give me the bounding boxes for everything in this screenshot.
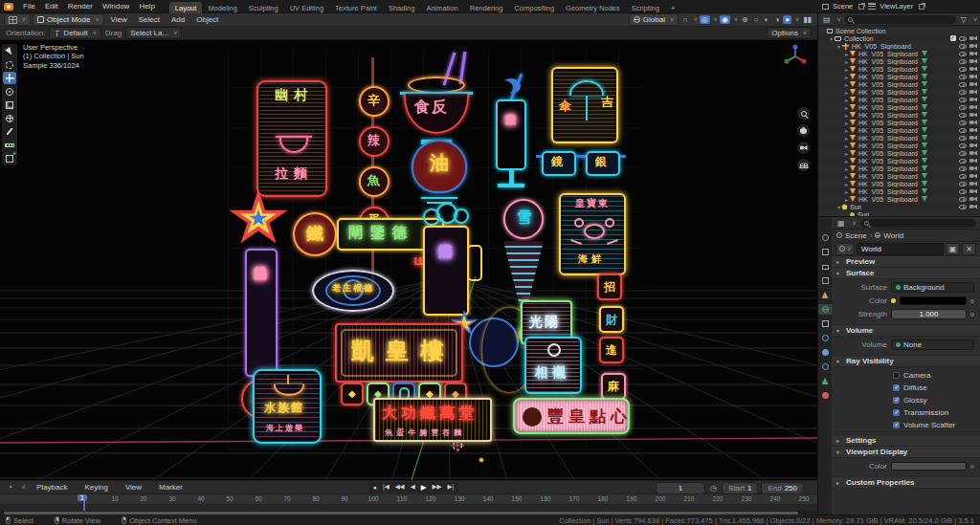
viewport-menu-add[interactable]: Add bbox=[167, 15, 189, 24]
workspace-tab-geometry-nodes[interactable]: Geometry Nodes bbox=[560, 2, 626, 13]
outliner-editor-icon[interactable]: ▤ bbox=[821, 15, 833, 24]
disable-render-icon[interactable] bbox=[969, 82, 977, 87]
outliner-row-hk-v05-signboard-o[interactable]: ▸HK_V05_Signboard_O bbox=[818, 157, 980, 164]
disable-render-icon[interactable] bbox=[969, 143, 977, 148]
neon-sign-aquarium[interactable]: 水族館海上遊樂 bbox=[253, 369, 322, 444]
volume-scatter-checkbox[interactable] bbox=[893, 422, 900, 428]
tool-annotate[interactable] bbox=[3, 125, 16, 138]
menu-edit[interactable]: Edit bbox=[40, 2, 63, 11]
mode-selector[interactable]: Object Mode bbox=[33, 13, 103, 26]
disable-render-icon[interactable] bbox=[969, 182, 977, 186]
outliner-row-hk-v05-signboard-c[interactable]: ▸HK_V05_Signboard_C bbox=[818, 65, 980, 73]
expand-icon[interactable]: ▸ bbox=[843, 188, 850, 195]
outliner-row-hk-v05-signboard-p[interactable]: ▸HK_V05_Signboard_P bbox=[818, 164, 980, 172]
disable-render-icon[interactable] bbox=[969, 159, 977, 164]
menu-file[interactable]: File bbox=[18, 2, 40, 11]
disable-render-icon[interactable] bbox=[969, 189, 977, 194]
tool-cursor[interactable] bbox=[3, 58, 16, 71]
expand-icon[interactable]: ▸ bbox=[843, 196, 850, 203]
panel-header-viewport-display[interactable]: ▾Viewport Display bbox=[832, 447, 980, 458]
disable-render-icon[interactable] bbox=[969, 52, 977, 56]
outliner-row-hk-v05-signboard-q[interactable]: ▸HK_V05_Signboard_Q bbox=[818, 172, 980, 180]
navigation-gizmo[interactable] bbox=[781, 42, 810, 71]
outliner-row-collection[interactable]: ▾Collection bbox=[818, 34, 980, 42]
neon-sign-dimsum[interactable]: 豐皇點心 bbox=[513, 398, 630, 434]
tab-scene-properties[interactable] bbox=[818, 290, 832, 300]
disable-render-icon[interactable] bbox=[969, 174, 977, 179]
menu-render[interactable]: Render bbox=[63, 2, 98, 11]
tab-particles-properties[interactable] bbox=[818, 347, 832, 358]
hide-viewport-icon[interactable] bbox=[959, 151, 967, 156]
hide-viewport-icon[interactable] bbox=[959, 166, 967, 171]
breadcrumb-scene[interactable]: Scene bbox=[845, 231, 867, 240]
drag-mode-dropdown[interactable]: Select La... bbox=[125, 27, 182, 39]
expand-icon[interactable]: ▸ bbox=[843, 150, 850, 157]
tool-select-box[interactable] bbox=[3, 45, 16, 57]
disable-render-icon[interactable] bbox=[969, 90, 977, 95]
transform-orientation-selector[interactable]: Global bbox=[629, 13, 679, 26]
tab-material-properties[interactable] bbox=[818, 390, 832, 401]
disable-render-icon[interactable] bbox=[969, 105, 977, 110]
hide-viewport-icon[interactable] bbox=[959, 182, 967, 186]
neon-sign-glasses[interactable]: 鏡銀 bbox=[536, 140, 626, 191]
neon-sign-kai-wong-lau[interactable]: 凱皇樓 bbox=[335, 323, 463, 383]
disable-render-icon[interactable] bbox=[969, 197, 977, 202]
shading-solid-icon[interactable]: ◐ bbox=[763, 15, 771, 24]
tab-tool-properties[interactable] bbox=[818, 232, 832, 243]
panel-header-preview[interactable]: ▸Preview bbox=[832, 256, 980, 268]
jump-to-end-button[interactable]: ▶| bbox=[445, 483, 456, 492]
volume-dropdown[interactable]: None bbox=[891, 339, 974, 350]
hide-viewport-icon[interactable] bbox=[959, 205, 967, 209]
tab-output-properties[interactable] bbox=[818, 261, 832, 272]
expand-icon[interactable]: ▾ bbox=[835, 43, 842, 50]
jump-to-start-button[interactable]: |◀ bbox=[381, 483, 391, 492]
workspace-tab-texture-paint[interactable]: Texture Paint bbox=[329, 2, 383, 13]
options-button[interactable]: Options bbox=[767, 27, 812, 39]
expand-icon[interactable]: ▸ bbox=[843, 112, 850, 119]
viewlayer-selector[interactable]: ViewLayer bbox=[880, 2, 913, 11]
hide-viewport-icon[interactable] bbox=[959, 128, 967, 133]
neon-sign-sheung-chan[interactable]: 相襯 bbox=[524, 337, 582, 394]
breadcrumb-world[interactable]: World bbox=[883, 231, 903, 240]
workspace-tab-scripting[interactable]: Scripting bbox=[626, 2, 665, 13]
world-name-field[interactable]: World bbox=[857, 243, 944, 255]
tab-render-properties[interactable] bbox=[818, 247, 832, 257]
outliner-row-hk-v05-signboard-b[interactable]: ▸HK_V05_Signboard_B bbox=[818, 57, 980, 65]
disable-render-icon[interactable] bbox=[969, 113, 977, 118]
hide-viewport-icon[interactable] bbox=[959, 67, 967, 72]
shading-wireframe-icon[interactable]: ○ bbox=[752, 15, 761, 24]
hide-viewport-icon[interactable] bbox=[959, 143, 967, 148]
timeline-ruler[interactable]: 1020304050607080901001101201301401501601… bbox=[0, 494, 817, 505]
workspace-tab-shading[interactable]: Shading bbox=[383, 2, 421, 13]
timeline-menu-marker[interactable]: Marker bbox=[154, 483, 188, 492]
outliner-row-hk-v05-signboard-i[interactable]: ▸HK_V05_Signboard_I bbox=[818, 111, 980, 119]
expand-icon[interactable]: ▸ bbox=[843, 58, 850, 65]
proportional-editing-icon[interactable]: ◎ bbox=[700, 15, 710, 24]
disable-render-icon[interactable] bbox=[969, 36, 977, 41]
current-frame-field[interactable]: 1 bbox=[656, 482, 705, 494]
outliner-row-hk-v05-signboard-k[interactable]: ▸HK_V05_Signboard_K bbox=[818, 126, 980, 134]
outliner-row-hk-v05-signboard-d[interactable]: ▸HK_V05_Signboard_D bbox=[818, 73, 980, 80]
outliner-row-sun[interactable]: ▾Sun bbox=[818, 203, 980, 210]
expand-icon[interactable]: ▸ bbox=[843, 74, 850, 80]
outliner-row-hk-v05-signboard-h[interactable]: ▸HK_V05_Signboard_H bbox=[818, 103, 980, 111]
expand-icon[interactable]: ▾ bbox=[828, 35, 835, 42]
exclude-checkbox[interactable] bbox=[950, 35, 956, 41]
animate-decorator-icon[interactable] bbox=[970, 465, 974, 469]
workspace-tab-sculpting[interactable]: Sculpting bbox=[243, 2, 284, 13]
timeline-menu-playback[interactable]: Playback bbox=[32, 483, 72, 492]
tool-add-cube[interactable] bbox=[3, 152, 16, 164]
disable-render-icon[interactable] bbox=[969, 75, 977, 79]
tool-rotate[interactable] bbox=[3, 85, 16, 98]
filter-icon[interactable]: ▽ bbox=[959, 15, 969, 24]
neon-sign-tai-kung-banner[interactable]: 大功鐵萬堂魚蛋牛腩雲吞麵 bbox=[373, 398, 492, 442]
tab-object-data-properties[interactable] bbox=[818, 376, 832, 386]
camera-view-button[interactable] bbox=[797, 142, 810, 154]
auto-key-button[interactable]: ● bbox=[371, 484, 379, 491]
fake-user-button[interactable]: ▣ bbox=[946, 243, 961, 255]
outliner-search-input[interactable] bbox=[844, 15, 956, 24]
outliner-row-hk-v05-signboard-g[interactable]: ▸HK_V05_Signboard_G bbox=[818, 96, 980, 103]
outliner-row-scene-collection[interactable]: Scene Collection bbox=[818, 27, 980, 34]
hide-viewport-icon[interactable] bbox=[959, 189, 967, 194]
zoom-button[interactable] bbox=[797, 107, 810, 120]
